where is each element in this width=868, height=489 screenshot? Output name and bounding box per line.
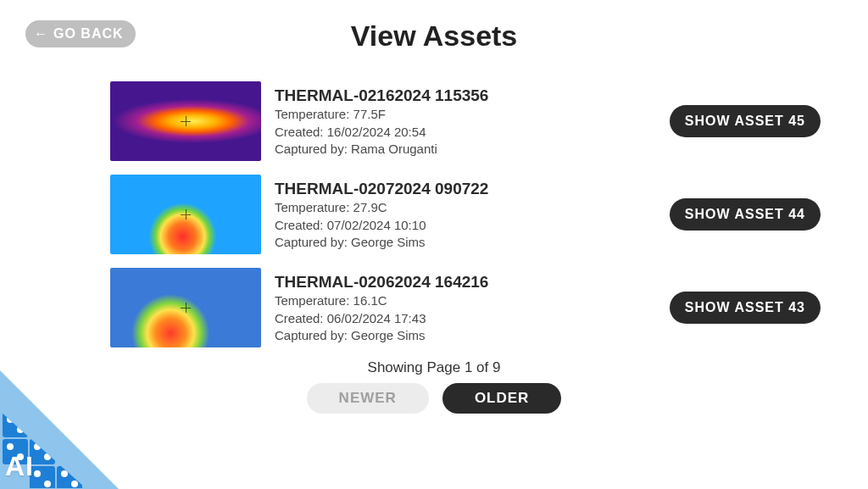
asset-created: Created: 07/02/2024 10:10 — [275, 217, 670, 234]
asset-captured-by: Captured by: George Sims — [275, 327, 670, 344]
asset-thumbnail[interactable] — [110, 81, 261, 161]
asset-captured-by: Captured by: George Sims — [275, 234, 670, 251]
show-asset-button[interactable]: SHOW ASSET 44 — [670, 198, 821, 231]
asset-thumbnail[interactable] — [110, 175, 261, 254]
asset-thumbnail[interactable] — [110, 268, 261, 347]
asset-temperature: Temperature: 16.1C — [275, 292, 670, 309]
asset-temperature: Temperature: 77.5F — [275, 106, 670, 123]
asset-title: THERMAL-02072024 090722 — [275, 178, 670, 200]
asset-details: THERMAL-02062024 164216 Temperature: 16.… — [275, 271, 670, 344]
asset-created: Created: 16/02/2024 20:54 — [275, 124, 670, 141]
arrow-left-icon: ← — [34, 26, 48, 42]
show-asset-button[interactable]: SHOW ASSET 43 — [670, 292, 821, 324]
asset-list: THERMAL-02162024 115356 Temperature: 77.… — [0, 56, 868, 354]
asset-row: THERMAL-02062024 164216 Temperature: 16.… — [0, 261, 868, 354]
newer-button[interactable]: NEWER — [307, 383, 429, 414]
go-back-label: GO BACK — [53, 26, 124, 42]
older-button[interactable]: OLDER — [442, 383, 562, 414]
asset-row: THERMAL-02162024 115356 Temperature: 77.… — [0, 75, 868, 168]
asset-details: THERMAL-02072024 090722 Temperature: 27.… — [275, 178, 670, 251]
asset-details: THERMAL-02162024 115356 Temperature: 77.… — [275, 85, 670, 158]
asset-created: Created: 06/02/2024 17:43 — [275, 310, 670, 327]
asset-captured-by: Captured by: Rama Oruganti — [275, 141, 670, 158]
asset-row: THERMAL-02072024 090722 Temperature: 27.… — [0, 168, 868, 261]
pager-status: Showing Page 1 of 9 — [0, 359, 868, 376]
asset-temperature: Temperature: 27.9C — [275, 199, 670, 216]
go-back-button[interactable]: ← GO BACK — [25, 20, 136, 47]
show-asset-button[interactable]: SHOW ASSET 45 — [670, 105, 821, 137]
pager: Showing Page 1 of 9 NEWER OLDER — [0, 359, 868, 414]
ai-badge-label: AI — [5, 451, 34, 482]
page-title: View Assets — [351, 19, 518, 53]
asset-title: THERMAL-02162024 115356 — [275, 85, 670, 107]
asset-title: THERMAL-02062024 164216 — [275, 271, 670, 293]
